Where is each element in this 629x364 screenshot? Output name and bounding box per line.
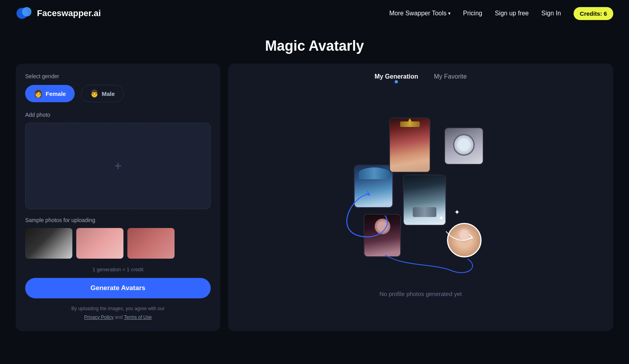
plus-icon: + <box>114 159 122 173</box>
signup-button[interactable]: Sign up free <box>495 10 529 17</box>
tab-my-favorite[interactable]: My Favorite <box>434 73 467 83</box>
avatar-gothic <box>364 214 401 257</box>
avatar-blue-hat <box>354 165 393 208</box>
navigation: More Swapper Tools ▾ Pricing Sign up fre… <box>389 7 613 20</box>
header: Faceswapper.ai More Swapper Tools ▾ Pric… <box>0 0 629 27</box>
gender-label: Select gender <box>25 73 211 79</box>
sample-photo-3[interactable] <box>127 228 175 259</box>
privacy-policy-link[interactable]: Privacy Policy <box>84 314 114 320</box>
showcase-area: ✦ ✦ No profile photos generated yet <box>237 93 604 322</box>
logo-icon <box>16 5 33 22</box>
sample-photo-2[interactable] <box>76 228 123 259</box>
avatars-collage: ✦ ✦ <box>346 118 495 275</box>
left-panel: Select gender 👩 Female 👨 Male Add photo … <box>16 64 220 331</box>
tabs: My Generation My Favorite <box>237 73 604 83</box>
female-emoji: 👩 <box>34 89 42 98</box>
logo-area[interactable]: Faceswapper.ai <box>16 5 101 22</box>
avatar-real-photo <box>447 223 482 257</box>
male-emoji: 👨 <box>90 89 99 98</box>
sparkle-star-1: ✦ <box>438 214 444 222</box>
female-button[interactable]: 👩 Female <box>25 85 75 102</box>
male-button[interactable]: 👨 Male <box>81 85 124 102</box>
page-title: Magic Avatarly <box>0 38 629 54</box>
generate-button[interactable]: Generate Avatars <box>25 278 211 298</box>
svg-point-1 <box>22 7 31 17</box>
sample-photo-1[interactable] <box>25 228 72 259</box>
avatar-astronaut <box>444 127 484 165</box>
sparkle-star-2: ✦ <box>454 208 460 217</box>
sample-photos <box>25 228 211 259</box>
credits-button[interactable]: Credits: 6 <box>574 7 613 20</box>
right-panel: My Generation My Favorite <box>228 64 613 331</box>
upload-area[interactable]: + <box>25 123 211 209</box>
disclaimer: By uploading the images, you agree with … <box>25 305 211 322</box>
signin-button[interactable]: Sign In <box>541 10 561 17</box>
no-photos-text: No profile photos generated yet <box>379 290 462 297</box>
gender-buttons: 👩 Female 👨 Male <box>25 85 211 102</box>
tab-my-generation[interactable]: My Generation <box>375 73 418 83</box>
nav-tools[interactable]: More Swapper Tools ▾ <box>389 10 451 17</box>
credits-info: 1 generation = 1 credit <box>25 267 211 272</box>
sample-label: Sample photos for uploading <box>25 217 211 223</box>
logo-text: Faceswapper.ai <box>37 8 101 18</box>
main-content: Select gender 👩 Female 👨 Male Add photo … <box>0 64 629 347</box>
avatar-crown-lady <box>389 118 430 173</box>
chevron-down-icon: ▾ <box>448 11 451 16</box>
nav-pricing[interactable]: Pricing <box>463 10 482 17</box>
add-photo-label: Add photo <box>25 112 211 118</box>
terms-link[interactable]: Terms of Use <box>124 314 152 320</box>
